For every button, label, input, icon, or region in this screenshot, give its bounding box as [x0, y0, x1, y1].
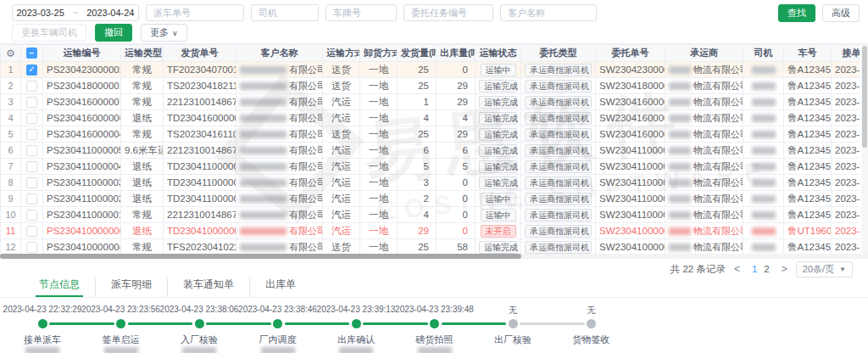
- tab-节点信息[interactable]: 节点信息: [24, 277, 95, 297]
- pagination-page-2[interactable]: 2: [760, 264, 772, 274]
- commission_type-badge: 承运商指派司机: [525, 144, 592, 157]
- vertical-scrollbar-thumb[interactable]: [862, 46, 867, 148]
- row-checkbox[interactable]: ✓: [26, 64, 37, 76]
- table-row[interactable]: 1✓PS230423000002常规TF20230407001有限公司送货一地2…: [1, 62, 860, 78]
- more-dropdown-button[interactable]: 更多∨: [141, 24, 187, 42]
- date-range-picker[interactable]: 2023-03-25 ~ 2023-04-24: [12, 4, 139, 21]
- row-checkbox[interactable]: [26, 81, 37, 92]
- search-button[interactable]: 查找: [778, 4, 815, 22]
- tab-派车明细[interactable]: 派车明细: [95, 277, 167, 297]
- driver-input[interactable]: [251, 4, 319, 21]
- row-index: 9: [1, 191, 21, 207]
- row-checkbox[interactable]: [26, 145, 37, 156]
- cell-ship_qty: 5: [398, 159, 437, 175]
- cell-accept_date: 2023-04-1: [832, 175, 860, 191]
- cell-mode: 送货: [323, 239, 360, 255]
- row-index: 4: [1, 110, 21, 126]
- cell-ship_qty: 25: [398, 62, 437, 78]
- row-index: 2: [1, 78, 21, 94]
- table-row[interactable]: 11PS230410000006退纸TD230410000009有限公司汽运一地…: [1, 223, 860, 239]
- filter-bar: 2023-03-25 ~ 2023-04-24 查找 高级: [0, 0, 868, 23]
- cell-trans_no: PS230411000004: [43, 159, 121, 175]
- table-row[interactable]: 8PS230411000003退纸TD230411000008有限公司汽运一地3…: [1, 175, 860, 191]
- select-all-checkbox[interactable]: −: [26, 48, 37, 59]
- change-vehicle-driver-button[interactable]: 更换车辆司机: [12, 24, 86, 42]
- row-index: 6: [1, 143, 21, 159]
- cell-carrier: 物流有限公司: [665, 78, 743, 94]
- redacted-text: [669, 147, 691, 154]
- pagination-prev-icon[interactable]: <: [732, 263, 742, 275]
- cell-driver: [743, 62, 784, 78]
- status-badge: 运输中: [481, 209, 516, 221]
- row-checkbox[interactable]: [26, 226, 37, 237]
- page-size-select[interactable]: 20条/页 ▼: [796, 261, 853, 277]
- cell-out_qty: 0: [437, 191, 476, 207]
- horizontal-scrollbar[interactable]: [0, 254, 868, 259]
- cell-trans_no: PS230410000004: [43, 239, 121, 255]
- table-row[interactable]: 2PS230418000001常规TS202304182114有限公司送货一地2…: [1, 78, 860, 94]
- cell-customer: 有限公司: [236, 159, 323, 175]
- column-header-accept_date: 接单时间: [832, 45, 860, 62]
- pagination-page-1[interactable]: 1: [748, 264, 760, 274]
- horizontal-scrollbar-thumb[interactable]: [0, 254, 521, 259]
- cell-commission_type: 承运商指派司机: [521, 62, 596, 78]
- row-checkbox[interactable]: [26, 97, 37, 108]
- cell-type: 常规: [121, 207, 164, 223]
- column-header-ship_no: 发货单号: [164, 45, 236, 62]
- cell-unload: 一地: [360, 62, 398, 78]
- row-checkbox[interactable]: [26, 210, 37, 221]
- table-row[interactable]: 3PS230416000007常规22123100148673有限公司汽运一地1…: [1, 94, 860, 110]
- column-header-carrier: 承运商: [665, 45, 743, 62]
- table-row[interactable]: 12PS230410000004常规TFS202304102203有限公司送货一…: [1, 239, 860, 255]
- row-checkbox[interactable]: [26, 161, 37, 172]
- revoke-button[interactable]: 撤回: [95, 24, 132, 42]
- row-checkbox[interactable]: [26, 113, 37, 124]
- cell-customer: 有限公司: [236, 175, 323, 191]
- row-index: 12: [1, 239, 21, 255]
- plate-no-input[interactable]: [326, 4, 397, 21]
- pagination-next-icon[interactable]: >: [780, 263, 789, 275]
- table-row[interactable]: 9PS230411000002退纸TD230411000007有限公司汽运一地2…: [1, 191, 860, 207]
- task-no-input[interactable]: [403, 4, 493, 21]
- tab-出库单[interactable]: 出库单: [249, 277, 311, 297]
- timeline-node-time: 2023-04-23 23:38:06: [160, 305, 239, 314]
- redacted-text: [669, 66, 691, 74]
- status-badge: 未开启: [481, 225, 516, 238]
- advanced-button[interactable]: 高级: [822, 4, 860, 22]
- cell-type: 常规: [121, 126, 164, 143]
- table-row[interactable]: 4PS230416000006退纸TD230416000002有限公司汽运一地4…: [1, 110, 860, 126]
- cell-customer: 有限公司: [236, 239, 323, 255]
- timeline-node-time: 2023-04-23 22:32:29: [3, 305, 82, 314]
- table-row[interactable]: 7PS230411000004退纸TD230411000009有限公司汽运一地5…: [1, 159, 860, 175]
- cell-customer: 有限公司: [236, 78, 323, 94]
- timeline-segment: [128, 322, 193, 325]
- row-index: 7: [1, 159, 21, 175]
- cell-carrier: 物流有限公司: [665, 239, 743, 255]
- table-row[interactable]: 5PS230416000004常规TS202304161109有限公司送货一地2…: [1, 126, 860, 143]
- cell-accept_date: 2023-04-1: [832, 143, 860, 159]
- cell-trans_no: PS230418000001: [43, 78, 121, 94]
- cell-plate: 鲁A12345: [784, 175, 832, 191]
- cell-ship_qty: 6: [398, 143, 437, 159]
- customer-name-input[interactable]: [500, 4, 597, 21]
- row-checkbox[interactable]: [26, 177, 37, 188]
- redacted-text: [240, 211, 287, 219]
- row-checkbox[interactable]: [26, 193, 37, 205]
- cell-driver: [743, 207, 784, 223]
- gear-icon[interactable]: ⚙: [6, 48, 15, 59]
- commission_type-badge: 承运商指派司机: [525, 193, 592, 205]
- table-row[interactable]: 10PS230411000001常规22123100148677有限公司汽运一地…: [1, 207, 860, 223]
- cell-driver: [743, 159, 784, 175]
- cell-unload: 一地: [360, 175, 398, 191]
- row-checkbox[interactable]: [26, 129, 37, 140]
- cell-ship_no: TD230411000009: [164, 159, 236, 175]
- row-checkbox[interactable]: [26, 242, 37, 253]
- tab-装车通知单[interactable]: 装车通知单: [167, 277, 249, 297]
- dispatch-no-input[interactable]: [146, 4, 244, 21]
- vertical-scrollbar[interactable]: [861, 44, 868, 255]
- table-row[interactable]: 6PS2304110000059.6米车运输22123100148676有限公司…: [1, 143, 860, 159]
- cell-plate: 鲁A12345: [784, 94, 832, 110]
- redacted-text: [752, 227, 776, 235]
- timeline-operator-redacted: [418, 347, 452, 353]
- cell-commission_no: SW230411000002: [596, 191, 665, 207]
